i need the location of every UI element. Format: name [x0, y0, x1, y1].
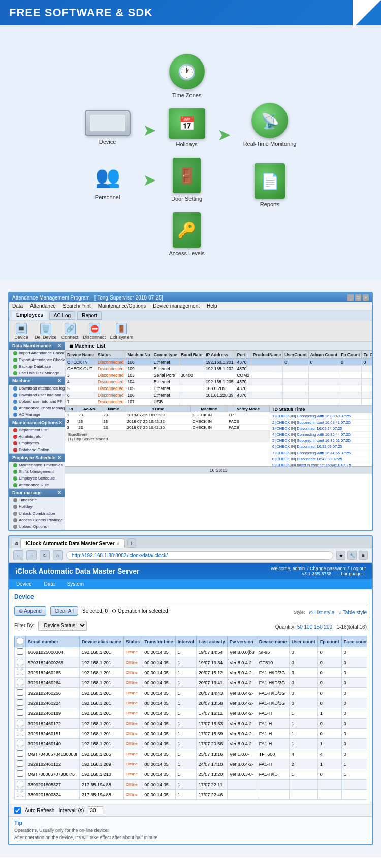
- sidebar-ac-manage[interactable]: AC Manage: [9, 411, 65, 418]
- device-table-row[interactable]: 3929182460151192.168.1.201Offline00:00:1…: [15, 729, 367, 739]
- sidebar-upload-user[interactable]: Upload user info and FP: [9, 398, 65, 405]
- language-select[interactable]: -- Language --: [337, 571, 366, 576]
- sidebar-download-user[interactable]: Download user info and Fp: [9, 392, 65, 398]
- device-table-row[interactable]: 3929182460140192.168.1.201Offline00:00:1…: [15, 739, 367, 749]
- sidebar-att-photo[interactable]: Attendance Photo Management: [9, 405, 65, 411]
- device-table-row[interactable]: 3929182460172192.168.1.201Offline00:00:1…: [15, 719, 367, 729]
- row-checkbox[interactable]: [17, 770, 23, 777]
- device-table-row[interactable]: OGT708006707300I76192.168.1.210Offline00…: [15, 769, 367, 780]
- row-checkbox[interactable]: [17, 730, 23, 736]
- select-all-checkbox[interactable]: [17, 638, 23, 644]
- menu-searchprint[interactable]: Search/Print: [63, 303, 91, 309]
- menu-attendance[interactable]: Attendance: [30, 303, 56, 309]
- machine-table-row[interactable]: 5Disconnected105Ethernet168.0.2054370653…: [66, 385, 372, 392]
- forward-btn[interactable]: →: [26, 550, 37, 560]
- nav-data[interactable]: Data: [42, 581, 57, 587]
- sidebar-door-header[interactable]: Door manage ✕: [9, 489, 65, 497]
- new-tab-btn[interactable]: +: [127, 538, 136, 548]
- row-checkbox[interactable]: [17, 709, 23, 716]
- menu-maintenance[interactable]: Maintenance/Options: [98, 303, 146, 309]
- row-checkbox[interactable]: [17, 720, 23, 726]
- sidebar-timezone[interactable]: Timezone: [9, 497, 65, 503]
- qty-100[interactable]: 100: [304, 624, 313, 630]
- machine-table-row[interactable]: 3Disconnected103Serial Port/38400COM2: [66, 372, 372, 379]
- sidebar-export[interactable]: Export Attendance Checking Data: [9, 356, 65, 363]
- sidebar-usb[interactable]: Use Usb Disk Manage: [9, 370, 65, 376]
- sidebar-dept[interactable]: Department List: [9, 427, 65, 433]
- sidebar-data-header[interactable]: Data Maintenance ✕: [9, 342, 65, 350]
- sidebar-backup[interactable]: Backup Database: [9, 363, 65, 370]
- sidebar-schedule-header[interactable]: Employee Schedule ✕: [9, 454, 65, 462]
- nav-system[interactable]: System: [65, 581, 86, 587]
- refresh-btn[interactable]: ↻: [40, 550, 50, 560]
- device-table-row[interactable]: 3929182460189192.168.1.201Offline00:00:1…: [15, 708, 367, 719]
- tab-employees[interactable]: Employees: [12, 311, 47, 320]
- sidebar-shifts[interactable]: Shifts Management: [9, 468, 65, 475]
- device-table-row[interactable]: OGT704005704130008I192.168.1.205Offline0…: [15, 749, 367, 759]
- event-table-row[interactable]: 323232018-07-25 16:42:36CHECK INFACE: [66, 425, 270, 431]
- device-table-row[interactable]: 3929182460224192.168.1.201Offline00:00:1…: [15, 698, 367, 708]
- list-style-btn[interactable]: ⊙ List style: [309, 610, 334, 615]
- sidebar-att-rule[interactable]: Attendance Rule: [9, 482, 65, 488]
- home-btn[interactable]: ⌂: [53, 550, 63, 560]
- maximize-btn[interactable]: □: [355, 294, 361, 301]
- event-table-row[interactable]: 223232018-07-25 16:42:32CHECK INFACE: [66, 418, 270, 425]
- row-checkbox[interactable]: [17, 760, 23, 767]
- machine-table-row[interactable]: CHECK OUTDisconnected109Ethernet192.168.…: [66, 366, 372, 372]
- table-style-btn[interactable]: ○ Table style: [338, 610, 367, 615]
- sidebar-employees[interactable]: Employees: [9, 440, 65, 446]
- sidebar-upload-opt[interactable]: Upload Options: [9, 523, 65, 530]
- sidebar-emp-schedule[interactable]: Employee Schedule: [9, 475, 65, 482]
- close-btn[interactable]: ×: [363, 294, 369, 301]
- row-checkbox[interactable]: [17, 669, 23, 675]
- menu-help[interactable]: Help: [207, 303, 217, 309]
- row-checkbox[interactable]: [17, 648, 23, 655]
- device-table-row[interactable]: 66691825000304192.168.1.201Offline00:00:…: [15, 647, 367, 657]
- device-table-row[interactable]: 3929182460264192.168.1.201Offline00:00:1…: [15, 678, 367, 688]
- sidebar-admin[interactable]: Administrator: [9, 433, 65, 440]
- interval-input[interactable]: [88, 806, 103, 814]
- tab-aclog[interactable]: AC Log: [49, 311, 75, 320]
- device-table-row[interactable]: 52031824900265192.168.1.201Offline00:00:…: [15, 657, 367, 668]
- row-checkbox[interactable]: [17, 781, 23, 787]
- toolbar-exit-btn[interactable]: 🚪 Exit system: [110, 323, 133, 340]
- row-checkbox[interactable]: [17, 699, 23, 706]
- row-checkbox[interactable]: [17, 689, 23, 696]
- tab-report[interactable]: Report: [77, 311, 102, 320]
- device-table-row[interactable]: 3929182460122192.168.1.209Offline00:00:1…: [15, 759, 367, 769]
- device-table-row[interactable]: 3929182460265192.168.1.201Offline00:00:1…: [15, 668, 367, 678]
- machine-table-row[interactable]: 4Disconnected104Ethernet192.168.1.205437…: [66, 379, 372, 385]
- machine-table-row[interactable]: 7Disconnected107USB3204: [66, 399, 372, 405]
- menu-icon[interactable]: ≡: [359, 551, 368, 560]
- append-btn[interactable]: ⊕ Append: [14, 606, 46, 616]
- toolbar-connect-btn[interactable]: 🔗 Connect: [61, 323, 79, 340]
- sidebar-import[interactable]: Import Attendance Checking Data: [9, 350, 65, 356]
- filter-select[interactable]: Device Status: [38, 621, 87, 631]
- toolbar-del-device-btn[interactable]: 🗑️ Del Device: [35, 323, 57, 340]
- star-icon[interactable]: ★: [336, 551, 345, 560]
- minimize-btn[interactable]: _: [347, 294, 354, 301]
- nav-device[interactable]: Device: [14, 581, 34, 587]
- row-checkbox[interactable]: [17, 750, 23, 757]
- machine-table-row[interactable]: 6Disconnected106Ethernet101.81.228.39437…: [66, 392, 372, 399]
- qty-50[interactable]: 50: [297, 624, 303, 630]
- device-table-row[interactable]: 3399201805327217.65.194.88Offline00:00:1…: [15, 780, 367, 790]
- back-btn[interactable]: ←: [13, 550, 23, 560]
- sidebar-holiday[interactable]: Holiday: [9, 503, 65, 510]
- sidebar-maint-header[interactable]: Maintenance/Options ✕: [9, 418, 65, 427]
- sidebar-timetables[interactable]: Maintenance Timetables: [9, 462, 65, 468]
- event-table-row[interactable]: 123232018-07-25 16:09:39CHECK INFP: [66, 412, 270, 418]
- device-table-row[interactable]: 3399201800324217.65.194.88Offline00:00:1…: [15, 790, 367, 800]
- menu-data[interactable]: Data: [12, 303, 23, 309]
- sidebar-unlock[interactable]: Unlock Combination: [9, 510, 65, 517]
- qty-200[interactable]: 200: [324, 624, 333, 630]
- device-table-row[interactable]: 3929182460256192.168.1.201Offline00:00:1…: [15, 688, 367, 698]
- row-checkbox[interactable]: [17, 679, 23, 685]
- tab-close-btn[interactable]: ×: [117, 541, 119, 546]
- sidebar-db-option[interactable]: Database Option...: [9, 446, 65, 453]
- sidebar-download-att[interactable]: Download attendance logs: [9, 385, 65, 392]
- sidebar-machine-header[interactable]: Machine ✕: [9, 377, 65, 385]
- row-checkbox[interactable]: [17, 740, 23, 746]
- auto-refresh-checkbox[interactable]: [14, 807, 21, 814]
- clear-all-btn[interactable]: Clear All: [50, 606, 78, 616]
